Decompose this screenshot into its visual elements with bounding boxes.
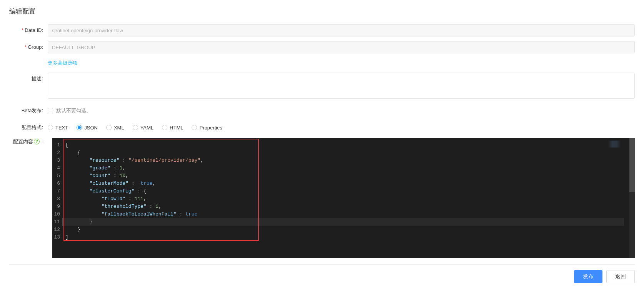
code-editor[interactable]: 1 2 3 4 5 6 7 8 9 10 11 12 13 [ { "resou… <box>52 138 635 258</box>
format-radio-yaml[interactable]: YAML <box>133 125 153 131</box>
format-radio-json[interactable]: JSON <box>77 125 98 131</box>
page-title: 编辑配置 <box>9 7 635 16</box>
publish-button[interactable]: 发布 <box>574 270 602 283</box>
back-button[interactable]: 返回 <box>606 270 635 283</box>
beta-hint: 默认不要勾选。 <box>56 107 91 114</box>
editor-gutter: 1 2 3 4 5 6 7 8 9 10 11 12 13 <box>52 138 62 258</box>
label-data-id: *Data ID: <box>9 24 48 36</box>
description-textarea[interactable] <box>48 73 635 99</box>
format-radio-text[interactable]: TEXT <box>48 125 68 131</box>
beta-checkbox[interactable] <box>48 108 53 113</box>
label-content: 配置内容?： <box>9 138 48 145</box>
editor-scrollbar[interactable] <box>629 138 635 258</box>
label-format: 配置格式: <box>9 121 48 134</box>
group-input[interactable] <box>48 41 635 53</box>
editor-code[interactable]: [ { "resource" : "/sentinel/provider/pay… <box>62 138 635 258</box>
help-icon[interactable]: ? <box>34 139 40 144</box>
format-radio-properties[interactable]: Properties <box>192 125 222 131</box>
more-options-link[interactable]: 更多高级选项 <box>48 58 78 68</box>
format-radio-xml[interactable]: XML <box>106 125 124 131</box>
format-radio-html[interactable]: HTML <box>162 125 183 131</box>
data-id-input[interactable] <box>48 24 635 36</box>
label-group: *Group: <box>9 41 48 53</box>
label-beta: Beta发布: <box>9 104 48 117</box>
label-description: 描述: <box>9 73 48 85</box>
format-radio-group: TEXT JSON XML YAML HTML Properties <box>48 121 635 134</box>
